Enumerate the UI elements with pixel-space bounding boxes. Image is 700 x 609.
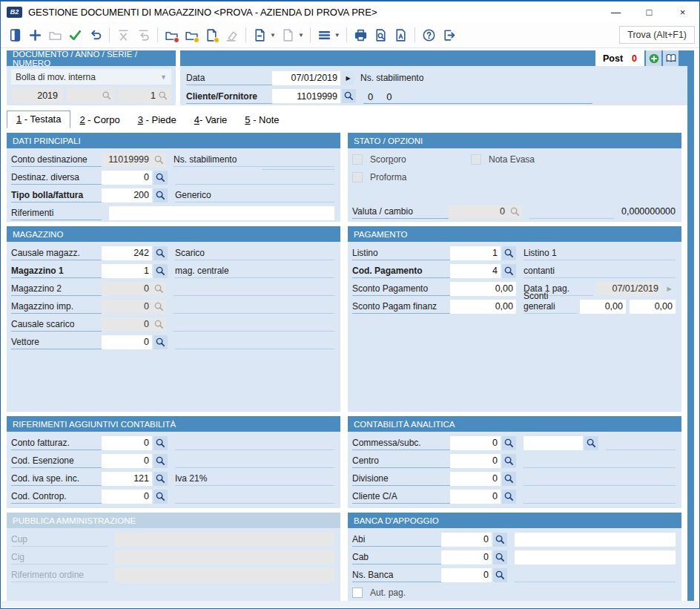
conto-fatturaz-label: Conto fatturaz. [11, 435, 102, 450]
riferimenti-field[interactable] [109, 206, 334, 220]
magazzino-1-field[interactable]: 1 [102, 264, 152, 278]
listino-field[interactable]: 1 [450, 246, 501, 260]
cod-controp-lookup-button[interactable] [153, 490, 168, 504]
cod-iva-spe-inc-lookup-button[interactable] [153, 472, 168, 486]
aut-pag-checkbox[interactable] [352, 587, 363, 598]
cod-pagamento-lookup-button[interactable] [502, 264, 516, 278]
sconto-pagam-finanz-field[interactable]: 0,00 [450, 300, 516, 314]
abi-lookup-button[interactable] [493, 533, 507, 547]
close-button[interactable]: × [666, 1, 699, 22]
title-bar: B2 GESTIONE DOCUMENTI DI MAGAZZINO <PROV… [1, 1, 699, 22]
document-yellow-button[interactable] [202, 25, 222, 45]
commessa-subc-field[interactable] [524, 436, 583, 450]
divisione-label: Divisione [352, 471, 450, 486]
document-type-select[interactable]: Bolla di mov. interna ▼ [11, 69, 171, 85]
magazzino-1-lookup-button[interactable] [153, 264, 168, 278]
tab-1-testata[interactable]: 1 - Testata [7, 111, 70, 128]
abi-description-field[interactable] [515, 533, 676, 547]
ns-banca-field[interactable]: 0 [441, 568, 492, 582]
sconto-pagamento-field[interactable]: 0,00 [450, 282, 516, 296]
confirm-button[interactable] [65, 25, 85, 45]
printer-icon [354, 28, 368, 42]
print-preview-button[interactable] [371, 25, 391, 45]
date-picker-arrow[interactable]: ▶ [342, 71, 354, 85]
aut-pag-checkbox-label: Aut. pag. [370, 587, 406, 598]
vettore-field[interactable]: 0 [102, 335, 152, 349]
centro-row: Centro0 [352, 452, 676, 470]
search-icon [155, 190, 166, 201]
cod-controp-field[interactable]: 0 [102, 490, 152, 504]
folder-yellow-button[interactable] [182, 25, 202, 45]
tab-4-varie[interactable]: 4- Varie [185, 112, 237, 128]
export-document-button[interactable] [250, 25, 270, 45]
search-icon [155, 266, 166, 277]
post-count: 0 [632, 53, 637, 64]
menu-button-caret-icon[interactable]: ▼ [334, 32, 340, 39]
causale-magazz-field[interactable]: 242 [102, 246, 152, 260]
conto-fatturaz-description [175, 435, 334, 450]
cliente-fornitore-lookup[interactable] [342, 89, 356, 103]
vettore-lookup-button[interactable] [153, 335, 168, 349]
maximize-button[interactable]: □ [633, 1, 666, 22]
help-button[interactable] [419, 25, 439, 45]
pdf-button[interactable] [391, 25, 411, 45]
menu-button[interactable] [314, 25, 334, 45]
data-field[interactable]: 07/01/2019 [272, 71, 340, 85]
abi-field[interactable]: 0 [441, 533, 492, 547]
tipo-bolla-fattura-lookup-button[interactable] [153, 188, 168, 203]
cliente-ca-lookup-button[interactable] [502, 490, 516, 504]
listino-label: Listino [352, 246, 450, 260]
cab-lookup-button[interactable] [493, 550, 507, 564]
centro-lookup-button[interactable] [502, 454, 516, 468]
document-options-button-caret-icon[interactable]: ▼ [298, 32, 304, 39]
cod-esenzione-field[interactable]: 0 [102, 454, 152, 468]
conto-fatturaz-lookup-button[interactable] [153, 436, 168, 450]
cab-description-field[interactable] [515, 550, 676, 564]
folder-red-button[interactable] [162, 25, 182, 45]
minimize-button[interactable]: — [599, 1, 633, 22]
tab-2-corpo[interactable]: 2 - Corpo [70, 112, 128, 128]
exit-button[interactable] [439, 25, 459, 45]
divisione-field[interactable]: 0 [450, 472, 501, 486]
commessa-subc-lookup-button[interactable] [502, 436, 516, 450]
cod-iva-spe-inc-field[interactable]: 121 [102, 472, 152, 486]
new-document-button[interactable] [5, 25, 25, 45]
doc-dash-icon [253, 28, 267, 42]
conto-fatturaz-field[interactable]: 0 [102, 436, 152, 450]
divisione-lookup-button[interactable] [502, 472, 516, 486]
destinaz-diversa-lookup-button[interactable] [153, 171, 168, 185]
cliente-ca-field[interactable]: 0 [450, 490, 501, 504]
tipo-bolla-fattura-field[interactable]: 200 [102, 188, 152, 203]
panel-stato-title: STATO / OPZIONI [348, 133, 681, 148]
print-button[interactable] [351, 25, 371, 45]
destinaz-diversa-field[interactable]: 0 [102, 171, 152, 185]
add-row-button[interactable] [646, 50, 661, 66]
listino-lookup-button[interactable] [502, 246, 516, 260]
ns-banca-lookup-button[interactable] [493, 568, 507, 582]
find-button[interactable]: Trova (Alt+F1) [619, 26, 695, 44]
centro-label: Centro [352, 453, 450, 468]
aut-pag-row-row: Aut. pag. [352, 584, 676, 602]
cliente-fornitore-field[interactable]: 11019999 [272, 89, 340, 103]
commessa-subc-field[interactable]: 0 [450, 436, 501, 450]
undo-button[interactable] [85, 25, 105, 45]
cod-pagamento-field[interactable]: 4 [450, 264, 501, 278]
toolbar-separator [310, 27, 311, 42]
cab-field[interactable]: 0 [441, 550, 492, 564]
post-counter: Post 0 [595, 50, 644, 66]
commessa-subc-lookup-button[interactable] [584, 436, 598, 450]
add-button[interactable] [25, 25, 45, 45]
causale-magazz-lookup-button[interactable] [153, 246, 168, 260]
magazzino-imp-description [174, 299, 334, 314]
tab-3-piede[interactable]: 3 - Piede [129, 112, 185, 128]
tab-5-note[interactable]: 5 - Note [236, 112, 288, 128]
sconto-pagam-finanz-field[interactable]: 0,00 [580, 300, 626, 314]
toolbar-separator [109, 27, 110, 42]
cod-esenzione-lookup-button[interactable] [153, 454, 168, 468]
stato-row1-row: ScorporoNota Evasa [352, 151, 676, 168]
document-type-value: Bolla di mov. interna [16, 72, 96, 82]
notes-book-button[interactable] [663, 50, 678, 66]
centro-field[interactable]: 0 [450, 454, 501, 468]
export-document-button-caret-icon[interactable]: ▼ [270, 32, 276, 39]
sconto-pagam-finanz-field[interactable]: 0,00 [630, 300, 676, 314]
